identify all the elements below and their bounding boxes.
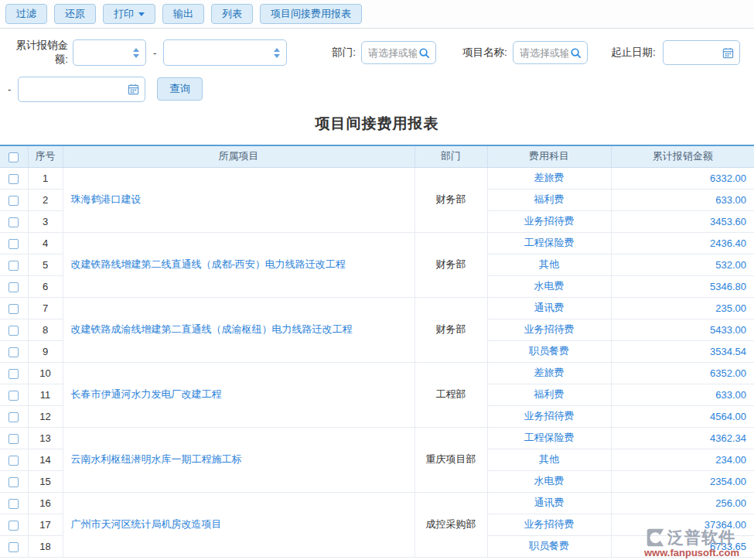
report-table: 序号 所属项目 部门 费用科目 累计报销金额 1珠海鹤港口建设财务部差旅费633…	[0, 145, 754, 558]
subject-link[interactable]: 水电费	[534, 280, 565, 292]
subject-link[interactable]: 其他	[539, 258, 559, 270]
subject-cell: 差旅费	[487, 167, 611, 189]
report-table-body: 1珠海鹤港口建设财务部差旅费6332.002福利费633.003业务招待费345…	[0, 167, 754, 557]
spinner-up-icon[interactable]	[133, 48, 139, 52]
subject-link[interactable]: 通讯费	[534, 302, 565, 313]
row-number: 9	[28, 340, 63, 362]
date-to-calendar-button[interactable]	[128, 84, 145, 95]
project-link[interactable]: 长春市伊通河水力发电厂改建工程	[71, 388, 222, 400]
row-checkbox[interactable]	[9, 174, 19, 184]
row-select-cell	[0, 514, 28, 535]
project-link[interactable]: 珠海鹤港口建设	[71, 193, 142, 205]
project-link[interactable]: 改建铁路线增建第二线直通线（成都-西安）电力线路迁改工程	[71, 258, 346, 270]
row-checkbox[interactable]	[9, 434, 19, 444]
project-name-field	[513, 41, 588, 64]
subject-link[interactable]: 业务招待费	[524, 215, 575, 227]
amount-from-field	[73, 39, 146, 66]
row-select-cell	[0, 319, 28, 340]
subject-cell: 职员餐费	[487, 340, 611, 362]
department-search-button[interactable]	[418, 47, 435, 59]
subject-link[interactable]: 差旅费	[534, 172, 565, 183]
amount-cell: 3534.54	[611, 340, 754, 362]
calendar-icon	[722, 47, 734, 59]
date-from-calendar-button[interactable]	[722, 47, 739, 59]
project-search-button[interactable]	[570, 47, 587, 59]
spinner-up-icon[interactable]	[274, 48, 280, 52]
row-checkbox[interactable]	[9, 412, 19, 422]
row-checkbox[interactable]	[9, 282, 19, 292]
subject-link[interactable]: 业务招待费	[524, 518, 575, 530]
spinner-down-icon[interactable]	[133, 54, 139, 58]
row-checkbox[interactable]	[9, 391, 19, 401]
subject-link[interactable]: 业务招待费	[524, 410, 575, 422]
subject-cell: 其他	[487, 449, 611, 470]
header-amount: 累计报销金额	[611, 145, 754, 167]
amount-to-spinner[interactable]	[274, 48, 286, 58]
date-to-input[interactable]	[19, 77, 128, 101]
department-input[interactable]	[362, 42, 418, 63]
spinner-down-icon[interactable]	[274, 54, 280, 58]
row-checkbox[interactable]	[9, 196, 19, 206]
amount-cell: 256.00	[611, 492, 754, 514]
subject-link[interactable]: 职员餐费	[529, 345, 569, 357]
project-name-input[interactable]	[513, 42, 570, 63]
amount-range-separator: -	[153, 47, 156, 59]
amount-from-spinner[interactable]	[133, 48, 145, 58]
list-button-label: 列表	[222, 8, 242, 20]
department-label: 部门:	[332, 46, 356, 60]
row-number: 18	[28, 535, 63, 557]
amount-cell: 37364.00	[611, 514, 754, 535]
project-link[interactable]: 广州市天河区统计局机房改造项目	[71, 518, 222, 530]
row-checkbox[interactable]	[9, 347, 19, 357]
row-select-cell	[0, 362, 28, 384]
export-button[interactable]: 输出	[162, 4, 204, 24]
subject-link[interactable]: 工程保险费	[524, 237, 575, 248]
subject-link[interactable]: 工程保险费	[524, 432, 575, 443]
amount-cell: 4362.34	[611, 427, 754, 449]
row-checkbox[interactable]	[9, 542, 19, 552]
row-checkbox[interactable]	[9, 521, 19, 531]
list-button[interactable]: 列表	[211, 4, 253, 24]
date-from-input[interactable]	[664, 41, 722, 64]
date-range-separator: -	[8, 84, 11, 95]
query-button[interactable]: 查询	[157, 77, 203, 101]
row-checkbox[interactable]	[9, 217, 19, 227]
restore-button[interactable]: 还原	[54, 4, 96, 24]
subject-link[interactable]: 福利费	[534, 193, 565, 205]
amount-range-label: 累计报销金额:	[6, 39, 68, 67]
subject-link[interactable]: 差旅费	[534, 367, 565, 378]
subject-link[interactable]: 通讯费	[534, 497, 565, 508]
subject-link[interactable]: 水电费	[534, 475, 565, 487]
department-cell: 成控采购部	[415, 492, 487, 557]
subject-cell: 水电费	[487, 470, 611, 492]
row-checkbox[interactable]	[9, 326, 19, 336]
row-checkbox[interactable]	[9, 304, 19, 314]
amount-cell: 4564.00	[611, 405, 754, 427]
subject-link[interactable]: 福利费	[534, 388, 565, 400]
select-all-checkbox[interactable]	[9, 152, 19, 162]
row-select-cell	[0, 449, 28, 470]
row-select-cell	[0, 232, 28, 254]
subject-cell: 职员餐费	[487, 535, 611, 557]
project-link[interactable]: 云南水利枢纽潜明水库一期工程施工标	[71, 453, 242, 465]
row-checkbox[interactable]	[9, 456, 19, 466]
report-tab-button[interactable]: 项目间接费用报表	[260, 4, 362, 24]
filter-button[interactable]: 过滤	[5, 4, 47, 24]
amount-cell: 633.00	[611, 189, 754, 210]
project-cell: 改建铁路线增建第二线直通线（成都-西安）电力线路迁改工程	[63, 232, 415, 297]
amount-cell: 6332.00	[611, 167, 754, 189]
subject-link[interactable]: 其他	[539, 453, 559, 465]
subject-link[interactable]: 职员餐费	[529, 540, 569, 551]
subject-link[interactable]: 业务招待费	[524, 323, 575, 335]
row-checkbox[interactable]	[9, 499, 19, 509]
row-checkbox[interactable]	[9, 369, 19, 379]
amount-from-input[interactable]	[73, 40, 133, 65]
project-link[interactable]: 改建铁路成渝线增建第二直通线（成渝枢纽）电力线路迁改工程	[71, 323, 353, 335]
amount-to-input[interactable]	[164, 40, 274, 65]
row-checkbox[interactable]	[9, 261, 19, 271]
amount-cell: 234.00	[611, 449, 754, 470]
row-checkbox[interactable]	[9, 477, 19, 487]
row-checkbox[interactable]	[9, 239, 19, 249]
print-button[interactable]: 打印	[103, 4, 155, 24]
department-cell: 财务部	[415, 167, 487, 232]
